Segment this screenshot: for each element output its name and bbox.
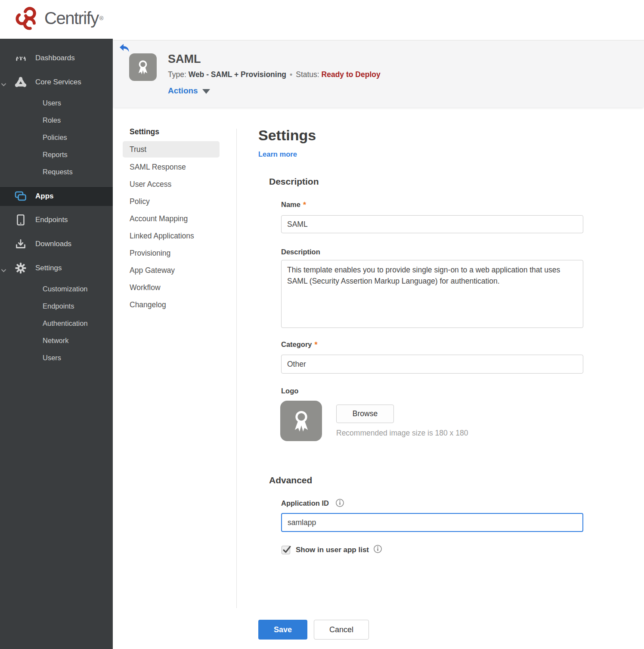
sidebar-item-label: Requests xyxy=(43,168,73,176)
description-field[interactable]: This template enables you to provide sin… xyxy=(281,260,583,328)
info-icon[interactable] xyxy=(373,544,382,555)
sidebar-item-label: Roles xyxy=(43,116,61,124)
info-icon[interactable] xyxy=(335,498,344,509)
subnav-item-label: Policy xyxy=(130,197,150,206)
subnav-item-account-mapping[interactable]: Account Mapping xyxy=(130,210,224,227)
type-label: Type: xyxy=(168,70,186,79)
subnav-item-label: Workflow xyxy=(130,283,161,292)
sidebar-item-dashboards[interactable]: Dashboards xyxy=(0,46,113,70)
meta-separator: • xyxy=(286,70,296,79)
main-sidebar: Dashboards Core Services Users Roles Pol… xyxy=(0,39,113,649)
sidebar-item-label: Endpoints xyxy=(35,216,68,224)
sidebar-item-downloads[interactable]: Downloads xyxy=(0,232,113,256)
required-asterisk: * xyxy=(315,340,318,349)
status-badge: Ready to Deploy xyxy=(322,70,381,79)
sidebar-item-settings-users[interactable]: Users xyxy=(0,349,113,366)
sidebar-item-requests[interactable]: Requests xyxy=(0,163,113,180)
status-label: Status: xyxy=(296,70,319,79)
caret-down-icon xyxy=(202,89,210,94)
subnav-item-label: Changelog xyxy=(130,300,166,309)
ribbon-icon xyxy=(134,58,152,76)
ribbon-icon xyxy=(288,408,315,434)
sidebar-item-label: Core Services xyxy=(35,78,81,87)
apps-icon xyxy=(13,191,28,201)
application-id-label-text: Application ID xyxy=(281,499,329,507)
brand-trademark: ® xyxy=(99,15,104,22)
download-icon xyxy=(13,238,28,250)
centrify-logo: Centrify® xyxy=(14,3,103,34)
show-in-user-app-list-row[interactable]: Show in user app list xyxy=(282,544,382,555)
sidebar-item-customization[interactable]: Customization xyxy=(0,280,113,297)
sidebar-item-settings-endpoints[interactable]: Endpoints xyxy=(0,297,113,315)
sidebar-item-policies[interactable]: Policies xyxy=(0,129,113,146)
browse-button[interactable]: Browse xyxy=(336,405,394,423)
sidebar-item-label: Reports xyxy=(43,151,68,159)
subnav-item-provisioning[interactable]: Provisioning xyxy=(130,244,224,262)
device-icon xyxy=(13,214,28,226)
cancel-button[interactable]: Cancel xyxy=(314,620,369,640)
sidebar-item-endpoints[interactable]: Endpoints xyxy=(0,208,113,232)
vertical-divider xyxy=(236,129,237,608)
subnav-item-label: Linked Applications xyxy=(130,232,194,241)
sidebar-item-label: Endpoints xyxy=(43,302,74,310)
category-label-text: Category xyxy=(281,340,312,348)
subnav-item-label: Trust xyxy=(130,145,146,154)
description-label: Description xyxy=(281,248,320,256)
subnav-item-label: Account Mapping xyxy=(130,214,188,223)
gear-icon xyxy=(13,262,28,274)
sidebar-item-network[interactable]: Network xyxy=(0,332,113,349)
save-button[interactable]: Save xyxy=(258,620,307,640)
chevron-expanded-icon xyxy=(1,266,6,275)
type-value: Web - SAML + Provisioning xyxy=(189,70,286,79)
sidebar-item-apps[interactable]: Apps xyxy=(0,186,113,206)
sidebar-item-label: Customization xyxy=(43,285,88,293)
core-services-icon xyxy=(13,77,28,88)
back-arrow-icon[interactable] xyxy=(119,43,130,53)
sidebar-item-label: Apps xyxy=(35,192,54,201)
name-field[interactable] xyxy=(281,215,583,233)
subnav-item-label: App Gateway xyxy=(130,266,175,275)
sidebar-item-label: Settings xyxy=(35,264,62,272)
subnav-item-app-gateway[interactable]: App Gateway xyxy=(130,262,224,279)
subnav-item-label: Provisioning xyxy=(130,249,170,258)
actions-label: Actions xyxy=(168,86,198,96)
app-title: SAML xyxy=(168,53,201,66)
subnav-item-trust[interactable]: Trust xyxy=(123,141,220,158)
sidebar-item-reports[interactable]: Reports xyxy=(0,146,113,163)
app-meta-line: Type: Web - SAML + Provisioning•Status: … xyxy=(168,70,381,79)
subnav-list: SAML Response User Access Policy Account… xyxy=(130,158,224,313)
sidebar-item-settings[interactable]: Settings xyxy=(0,256,113,280)
advanced-section-heading: Advanced xyxy=(269,475,312,485)
sidebar-item-label: Policies xyxy=(43,133,67,142)
sidebar-item-roles[interactable]: Roles xyxy=(0,111,113,129)
subnav-item-changelog[interactable]: Changelog xyxy=(130,296,224,313)
subnav-item-user-access[interactable]: User Access xyxy=(130,176,224,193)
subnav-item-saml-response[interactable]: SAML Response xyxy=(130,158,224,176)
subnav-item-label: SAML Response xyxy=(130,163,186,172)
subnav-item-linked-applications[interactable]: Linked Applications xyxy=(130,227,224,244)
subnav-item-policy[interactable]: Policy xyxy=(130,193,224,210)
centrify-admin-screen: Centrify® Dashboards xyxy=(0,0,644,649)
name-label-text: Name xyxy=(281,201,300,208)
logo-label: Logo xyxy=(281,387,298,395)
sidebar-item-users[interactable]: Users xyxy=(0,94,113,111)
subnav-heading: Settings xyxy=(130,127,159,136)
learn-more-link[interactable]: Learn more xyxy=(258,150,297,158)
logo-size-hint: Recommended image size is 180 x 180 xyxy=(336,429,468,438)
subnav-item-label: User Access xyxy=(130,180,171,189)
checkbox-checked-icon[interactable] xyxy=(282,546,290,554)
actions-dropdown[interactable]: Actions xyxy=(168,86,210,96)
category-field[interactable] xyxy=(281,355,583,374)
application-id-field[interactable] xyxy=(281,513,583,532)
name-label: Name* xyxy=(281,201,306,210)
logo-preview xyxy=(280,401,322,441)
subnav-item-workflow[interactable]: Workflow xyxy=(130,279,224,296)
page-title: Settings xyxy=(258,127,316,144)
sidebar-item-core-services[interactable]: Core Services xyxy=(0,70,113,94)
centrify-swirl-icon xyxy=(14,3,41,34)
sidebar-item-label: Users xyxy=(43,354,61,362)
sidebar-item-label: Dashboards xyxy=(35,54,75,62)
required-asterisk: * xyxy=(303,201,306,209)
gauge-icon xyxy=(13,53,28,64)
sidebar-item-authentication[interactable]: Authentication xyxy=(0,315,113,332)
